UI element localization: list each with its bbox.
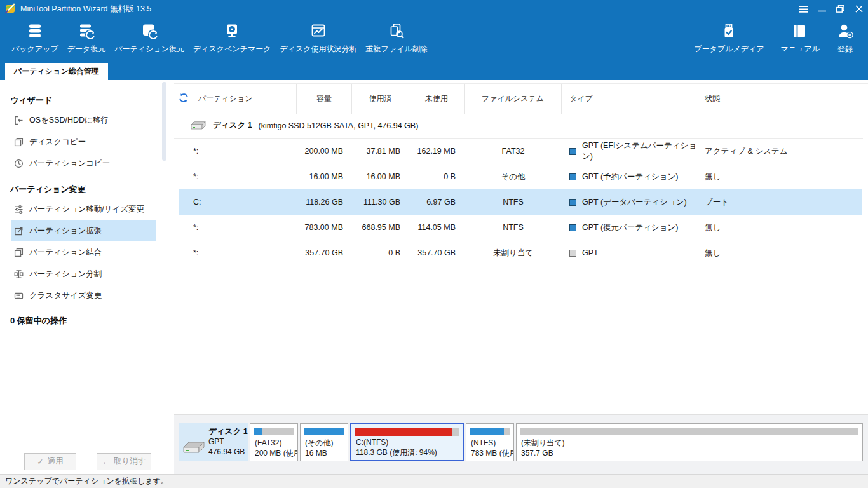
undo-button[interactable]: ← 取り消す: [97, 453, 151, 470]
status-bar: ワンステップでパーティションを拡張します。: [0, 474, 868, 488]
data-recovery-button[interactable]: データ復元: [67, 18, 106, 62]
sidebar-item-move-resize[interactable]: パーティション移動/サイズ変更: [11, 198, 156, 220]
manual-button[interactable]: マニュアル: [781, 18, 820, 62]
minimize-icon[interactable]: [813, 0, 831, 18]
partition-type-square: [569, 173, 576, 180]
duplicate-file-finder-button[interactable]: 重複ファイル削除: [366, 18, 428, 62]
apply-button[interactable]: ✓ 適用: [24, 453, 76, 470]
disk-benchmark-icon: [223, 22, 241, 40]
toolbar-right-group: ブータブルメディア マニュアル 登録: [694, 18, 868, 62]
refresh-icon[interactable]: [179, 93, 189, 105]
manual-icon: [791, 22, 809, 40]
register-button[interactable]: 登録: [836, 18, 854, 62]
status-text: ワンステップでパーティションを拡張します。: [5, 476, 168, 487]
register-icon: [836, 22, 854, 40]
bootable-media-icon: [720, 22, 738, 40]
disk-group-details: (kimtigo SSD 512GB SATA, GPT, 476.94 GB): [259, 121, 419, 130]
disk-map-disk-size: 476.94 GB: [208, 447, 248, 457]
disk-map-disk-name: ディスク 1: [208, 426, 248, 437]
disk-map-block-ntfs[interactable]: (NTFS) 783 MB (使用済: [466, 423, 514, 461]
disk-map-panel: ディスク 1 GPT 476.94 GB (FAT32) 200 MB (使用済: [174, 414, 868, 474]
usage-bar: [254, 428, 294, 435]
table-row[interactable]: *: 16.00 MB 16.00 MB 0 B その他 GPT (予約パーティ…: [174, 164, 868, 189]
close-icon[interactable]: [850, 0, 868, 18]
extend-partition-icon: [14, 226, 24, 236]
disk-icon: [190, 121, 207, 130]
partition-table-header: パーティション 容量 使用済 未使用 ファイルシステム タイプ 状態: [174, 83, 868, 114]
toolbar-left-group: バックアップ データ復元: [0, 18, 428, 62]
disk-map-block-unallocated[interactable]: (未割り当て) 357.7 GB: [516, 423, 863, 461]
column-header-partition: パーティション: [198, 93, 253, 104]
partition-type-square: [569, 148, 576, 155]
column-header-type: タイプ: [562, 84, 698, 114]
disk-map-block-other[interactable]: (その他) 16 MB: [300, 423, 348, 461]
restore-icon[interactable]: [831, 0, 850, 18]
main-toolbar: バックアップ データ復元: [0, 18, 868, 62]
body: ウィザード OSをSSD/HDDに移行 ディスクコピー: [0, 80, 868, 474]
partition-type-square: [569, 250, 576, 257]
window-controls: [794, 0, 868, 18]
sidebar-item-merge-partition[interactable]: パーティション結合: [11, 241, 156, 263]
sidebar-item-partition-copy[interactable]: パーティションコピー: [11, 152, 156, 174]
sidebar: ウィザード OSをSSD/HDDに移行 ディスクコピー: [0, 80, 173, 474]
column-header-capacity: 容量: [297, 84, 352, 114]
table-row[interactable]: *: 357.70 GB 0 B 357.70 GB 未割り当て GPT 無し: [174, 240, 868, 266]
disk-map-block-fat32[interactable]: (FAT32) 200 MB (使用済: [250, 423, 298, 461]
partition-recovery-button[interactable]: パーティション復元: [114, 18, 184, 62]
disk-map-block-c-ntfs[interactable]: C:(NTFS) 118.3 GB (使用済: 94%): [350, 423, 464, 461]
space-analyzer-button[interactable]: ディスク使用状況分析: [280, 18, 356, 62]
bootable-media-button[interactable]: ブータブルメディア: [694, 18, 764, 62]
minitool-partition-wizard-window: MiniTool Partition Wizard 無料版 13.5: [0, 0, 868, 488]
title-bar: MiniTool Partition Wizard 無料版 13.5: [0, 0, 868, 18]
sidebar-section-wizard: ウィザード: [10, 94, 173, 107]
table-row[interactable]: *: 200.00 MB 37.81 MB 162.19 MB FAT32 GP…: [174, 139, 868, 164]
merge-partition-icon: [14, 248, 24, 257]
partition-copy-icon: [14, 159, 24, 168]
usage-bar: [520, 428, 858, 435]
disk-3d-icon: [182, 439, 206, 458]
sidebar-item-extend-partition[interactable]: パーティション拡張: [11, 220, 156, 241]
table-row[interactable]: *: 783.00 MB 668.95 MB 114.05 MB NTFS GP…: [174, 215, 868, 240]
disk-map-disk-info[interactable]: ディスク 1 GPT 476.94 GB: [179, 423, 248, 461]
split-partition-icon: [14, 269, 24, 279]
space-analyzer-icon: [309, 22, 327, 40]
tab-partition-management[interactable]: パーティション総合管理: [5, 63, 108, 80]
sidebar-item-change-cluster-size[interactable]: クラスタサイズ変更: [11, 285, 156, 306]
usage-bar: [355, 428, 459, 436]
column-header-status: 状態: [698, 84, 868, 114]
migrate-os-icon: [14, 116, 24, 125]
sidebar-item-disk-copy[interactable]: ディスクコピー: [11, 131, 156, 152]
duplicate-file-finder-icon: [388, 22, 405, 40]
usage-bar: [304, 428, 344, 435]
partition-rows: *: 200.00 MB 37.81 MB 162.19 MB FAT32 GP…: [174, 139, 868, 266]
backup-button[interactable]: バックアップ: [11, 18, 58, 62]
undo-arrow-icon: ←: [102, 458, 110, 466]
move-resize-icon: [14, 205, 24, 214]
partition-recovery-icon: [140, 22, 158, 40]
pending-operations-label: 0 保留中の操作: [10, 315, 173, 327]
partition-type-square: [569, 199, 576, 206]
disk-map-disk-scheme: GPT: [208, 437, 248, 447]
disk-benchmark-button[interactable]: ディスクベンチマーク: [193, 18, 271, 62]
sidebar-item-migrate-os[interactable]: OSをSSD/HDDに移行: [11, 109, 156, 131]
partition-type-square: [569, 224, 576, 231]
sidebar-item-split-partition[interactable]: パーティション分割: [11, 263, 156, 285]
main-panel: パーティション 容量 使用済 未使用 ファイルシステム タイプ 状態 ディスク …: [174, 80, 868, 474]
change-cluster-size-icon: [14, 291, 24, 301]
column-header-filesystem: ファイルシステム: [465, 84, 562, 114]
disk-group-row[interactable]: ディスク 1 (kimtigo SSD 512GB SATA, GPT, 476…: [174, 113, 863, 139]
tab-strip: パーティション総合管理: [0, 62, 868, 80]
window-title: MiniTool Partition Wizard 無料版 13.5: [20, 4, 151, 15]
disk-group-name: ディスク 1: [213, 120, 252, 131]
column-header-unused: 未使用: [409, 84, 465, 114]
app-logo-icon: [4, 2, 17, 17]
data-recovery-icon: [78, 22, 95, 40]
sidebar-section-partition-change: パーティション変更: [10, 183, 173, 196]
sidebar-scrollbar-thumb[interactable]: [162, 82, 166, 161]
disk-copy-icon: [14, 137, 24, 147]
menu-icon[interactable]: [794, 0, 813, 18]
check-icon: ✓: [37, 457, 43, 466]
column-header-used: 使用済: [352, 84, 409, 114]
table-row[interactable]: C: 118.26 GB 111.30 GB 6.97 GB NTFS GPT …: [174, 189, 868, 215]
backup-icon: [26, 22, 44, 40]
